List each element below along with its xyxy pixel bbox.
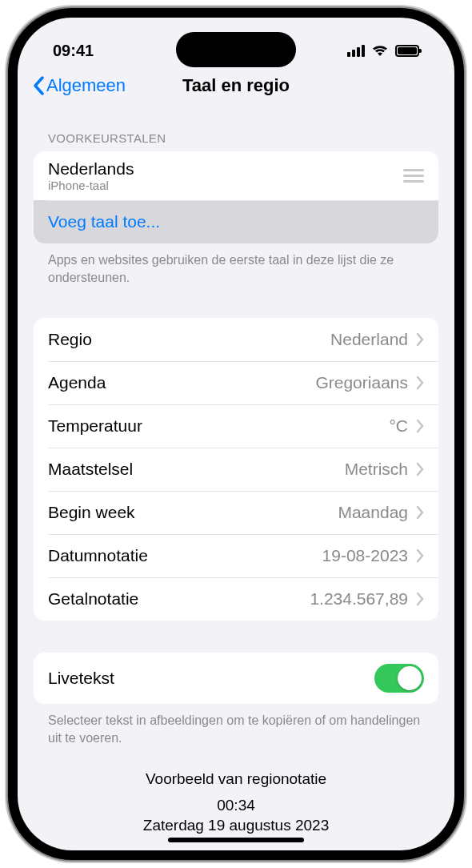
back-button[interactable]: Algemeen: [32, 75, 126, 96]
livetext-group: Livetekst: [34, 653, 438, 704]
preferred-languages-group: Nederlands iPhone-taal Voeg taal toe...: [34, 151, 438, 243]
preview-time: 00:34: [34, 796, 438, 816]
chevron-right-icon: [416, 376, 424, 390]
language-name: Nederlands: [48, 159, 134, 179]
row-value: °C: [389, 416, 408, 436]
date-format-row[interactable]: Datumnotatie 19-08-2023: [34, 534, 438, 577]
row-value: Metrisch: [345, 460, 408, 479]
row-value: Maandag: [338, 503, 408, 522]
preview-date: Zaterdag 19 augustus 2023: [34, 816, 438, 836]
chevron-right-icon: [416, 419, 424, 433]
livetext-row[interactable]: Livetekst: [34, 653, 438, 704]
battery-icon: [395, 45, 419, 57]
language-subtitle: iPhone-taal: [48, 179, 134, 192]
navigation-bar: Algemeen Taal en regio: [18, 66, 454, 109]
calendar-row[interactable]: Agenda Gregoriaans: [34, 361, 438, 404]
row-value: Gregoriaans: [315, 373, 408, 392]
chevron-right-icon: [416, 505, 424, 520]
chevron-right-icon: [416, 462, 424, 476]
week-start-row[interactable]: Begin week Maandag: [34, 491, 438, 534]
region-settings-group: Regio Nederland Agenda Gregoriaans Tempe…: [34, 318, 438, 621]
row-label: Datumnotatie: [48, 546, 148, 565]
row-label: Agenda: [48, 373, 106, 392]
livetext-toggle[interactable]: [374, 664, 424, 693]
measurement-row[interactable]: Maatstelsel Metrisch: [34, 448, 438, 491]
chevron-right-icon: [416, 549, 424, 563]
row-value: 19-08-2023: [322, 546, 408, 565]
add-language-label: Voeg taal toe...: [48, 212, 160, 231]
temperature-row[interactable]: Temperatuur °C: [34, 404, 438, 448]
preferred-languages-header: VOORKEURSTALEN: [34, 109, 438, 151]
drag-handle-icon[interactable]: [403, 169, 424, 183]
chevron-right-icon: [416, 592, 424, 606]
row-value: Nederland: [330, 330, 408, 349]
row-label: Begin week: [48, 503, 135, 522]
row-value: 1.234.567,89: [310, 589, 408, 609]
region-row[interactable]: Regio Nederland: [34, 318, 438, 361]
back-label: Algemeen: [46, 75, 126, 96]
chevron-right-icon: [416, 332, 424, 347]
number-format-row[interactable]: Getalnotatie 1.234.567,89: [34, 577, 438, 621]
row-label: Regio: [48, 330, 92, 349]
row-label: Temperatuur: [48, 416, 142, 436]
row-label: Maatstelsel: [48, 460, 133, 479]
region-preview: Voorbeeld van regionotatie 00:34 Zaterda…: [34, 746, 438, 835]
dynamic-island: [176, 32, 296, 67]
preview-title: Voorbeeld van regionotatie: [34, 770, 438, 788]
wifi-icon: [371, 44, 389, 57]
row-label: Getalnotatie: [48, 589, 138, 609]
language-row[interactable]: Nederlands iPhone-taal: [34, 151, 438, 200]
add-language-button[interactable]: Voeg taal toe...: [34, 200, 438, 243]
livetext-footer: Selecteer tekst in afbeeldingen om te ko…: [34, 704, 438, 746]
livetext-label: Livetekst: [48, 669, 114, 688]
preferred-languages-footer: Apps en websites gebruiken de eerste taa…: [34, 243, 438, 286]
chevron-left-icon: [32, 76, 45, 95]
cellular-icon: [347, 45, 365, 57]
home-indicator[interactable]: [168, 838, 304, 842]
